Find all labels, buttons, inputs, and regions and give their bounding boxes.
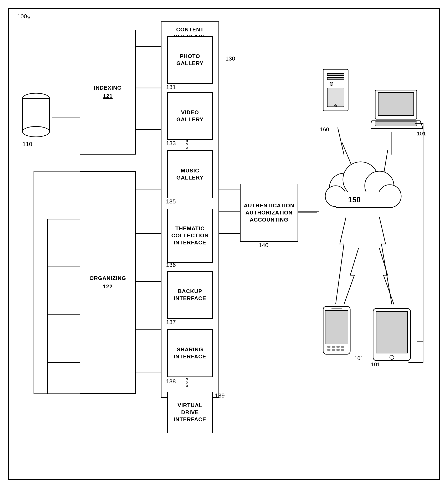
ref-139: 139 (215, 392, 225, 399)
dots-1 (186, 140, 188, 149)
indexing-box: INDEXING 121 (80, 30, 136, 155)
thematic-collection-box: THEMATICCOLLECTIONINTERFACE (167, 209, 213, 263)
ref-101-laptop: 101 (417, 130, 448, 137)
virtual-drive-label: VIRTUALDRIVEINTERFACE (174, 402, 206, 423)
indexing-label: INDEXING (94, 85, 122, 92)
ref-136: 136 (166, 262, 176, 268)
auth-box: AUTHENTICATIONAUTHORIZATIONACCOUNTING (240, 184, 298, 242)
svg-point-44 (330, 82, 333, 86)
dot (186, 385, 188, 387)
ref-131: 131 (166, 84, 176, 90)
dot (186, 147, 188, 149)
phone: 101 (321, 304, 354, 366)
ref-130: 130 (225, 55, 235, 62)
svg-rect-60 (331, 308, 342, 309)
music-gallery-box: MUSICGALLERY (167, 150, 213, 198)
ref-137: 137 (166, 319, 176, 326)
organizing-box: ORGANIZING 122 (80, 171, 136, 394)
svg-rect-54 (336, 346, 340, 348)
svg-point-63 (390, 355, 394, 359)
ref-138: 138 (166, 378, 176, 385)
svg-rect-42 (327, 73, 344, 76)
dot (186, 143, 188, 145)
ref-140: 140 (259, 242, 268, 249)
ref-133: 133 (166, 140, 176, 147)
backup-interface-label: BACKUPINTERFACE (174, 288, 206, 302)
virtual-drive-box: VIRTUALDRIVEINTERFACE (167, 392, 213, 433)
dot (186, 140, 188, 142)
auth-label: AUTHENTICATIONAUTHORIZATIONACCOUNTING (244, 202, 294, 223)
svg-rect-58 (336, 349, 340, 351)
svg-rect-62 (376, 312, 408, 353)
svg-point-46 (335, 105, 337, 107)
right-border-line (418, 21, 418, 417)
svg-rect-55 (341, 346, 344, 348)
ref-160: 160 (320, 126, 374, 133)
svg-text:150: 150 (348, 196, 360, 204)
music-gallery-label: MUSICGALLERY (176, 167, 203, 181)
svg-rect-49 (375, 122, 417, 126)
svg-rect-56 (327, 349, 330, 351)
svg-rect-38 (336, 192, 392, 209)
diagram-border: 100 ↘ 110 INDEXING 121 ORGANIZING 122 CO… (8, 8, 440, 480)
desktop-computer: 160 (319, 67, 373, 137)
dots-2 (186, 378, 188, 387)
tablet: 101 (371, 307, 417, 372)
dot (186, 378, 188, 380)
organizing-label: ORGANIZING (89, 275, 126, 282)
ref-101-tablet: 101 (371, 361, 417, 368)
svg-rect-45 (327, 88, 344, 107)
ref-100-arrow: ↘ (26, 13, 30, 20)
photo-gallery-box: PHOTOGALLERY (167, 36, 213, 84)
svg-rect-51 (325, 311, 348, 344)
sharing-interface-box: SHARINGINTERFACE (167, 329, 213, 377)
svg-rect-52 (327, 346, 330, 348)
svg-point-30 (23, 126, 49, 137)
ref-135: 135 (166, 198, 176, 205)
thematic-collection-label: THEMATICCOLLECTIONINTERFACE (171, 225, 209, 246)
laptop: 101 (371, 88, 429, 141)
photo-gallery-label: PHOTOGALLERY (176, 53, 203, 67)
svg-rect-53 (332, 346, 335, 348)
svg-rect-48 (378, 93, 414, 115)
svg-rect-59 (341, 349, 344, 351)
dot (186, 381, 188, 384)
svg-rect-57 (332, 349, 335, 351)
cloud-shape: 150 (319, 155, 402, 218)
video-gallery-label: VIDEOGALLERY (176, 109, 203, 123)
ref-110: 110 (23, 141, 52, 148)
organizing-ref: 122 (103, 283, 112, 290)
svg-rect-43 (327, 78, 344, 80)
sharing-interface-label: SHARINGINTERFACE (174, 346, 206, 360)
backup-interface-box: BACKUPINTERFACE (167, 271, 213, 319)
indexing-ref: 121 (103, 93, 112, 100)
video-gallery-box: VIDEOGALLERY (167, 92, 213, 140)
database-cylinder: 110 (21, 92, 51, 150)
